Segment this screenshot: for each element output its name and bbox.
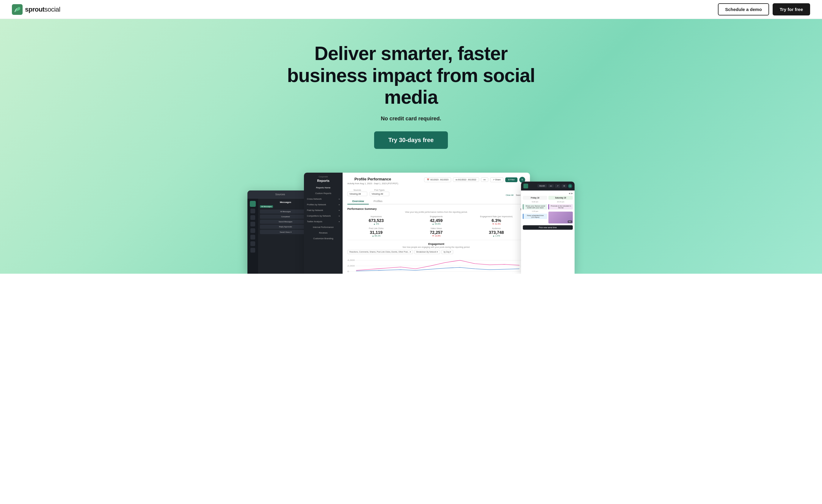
screenshots-container: Sources Messages All Messages — [248, 167, 574, 274]
date-range-btn[interactable]: 📅 8/1/2023 - 8/1/2023 — [424, 177, 451, 182]
metrics-filter[interactable]: Reactions, Comments, Shares, Post Link C… — [347, 250, 413, 254]
messages-title: Messages — [260, 201, 311, 204]
msg-item-2: Completed — [260, 215, 311, 219]
sources-dropdown[interactable]: Viewing All — [347, 192, 367, 196]
tab-overview[interactable]: Overview — [347, 199, 369, 204]
reports-toolbar: 📅 8/1/2023 - 8/1/2023 vs 8/1/2022 - 8/1/… — [424, 177, 525, 183]
filter-all-messages[interactable]: All Messages — [260, 205, 273, 208]
share-cal-btn[interactable]: ↗ — [555, 184, 560, 188]
post-types-dropdown[interactable]: Viewing All — [370, 192, 390, 196]
reports-filter-row: Sources Viewing All Post Types Viewing A… — [347, 189, 525, 196]
cta-button[interactable]: Try 30-days free — [374, 131, 448, 149]
metric-engagement-rate: Engagement Rate (per Impression) 6.3% ▼ … — [467, 215, 525, 225]
reports-tabs: Overview Profiles — [347, 199, 525, 204]
cal-next[interactable]: ▶ — [571, 192, 573, 195]
calendar-body: ◀ ▶ Friday 18 Saturday 19 9:29 am Share … — [521, 190, 574, 231]
nav-buttons: Schedule a demo Try for free — [718, 3, 810, 15]
tab-profiles[interactable]: Profiles — [369, 199, 387, 204]
filter-btn[interactable]: ⚙ Filter — [505, 177, 518, 182]
metrics-grid: Impressions 673,523 ▲ 3% Engagements 42,… — [347, 215, 525, 237]
nav-icon-3 — [251, 222, 255, 226]
nav-icon-4 — [251, 228, 255, 233]
reviews[interactable]: Reviews — [304, 230, 343, 236]
calendar-icon — [523, 184, 528, 188]
engagement-title: Engagement — [347, 242, 525, 245]
sat-header: Saturday 19 — [548, 196, 573, 200]
chart-filters: Reactions, Comments, Shares, Post Link C… — [347, 250, 525, 254]
profiles-by-network[interactable]: Profiles by Network ▾ — [304, 202, 343, 207]
navbar: sproutsocial Schedule a demo Try for fre… — [0, 0, 822, 19]
messages-panel: Sources Messages All Messages — [248, 190, 313, 274]
fri-header: Friday 18 — [523, 196, 547, 200]
filters-cal-btn[interactable]: ⚙ — [561, 184, 567, 188]
metric-link-clicks: Post Link Clicks 31,119 ▲ 89.1% — [347, 227, 405, 237]
reports-main-sub: Activity from Aug 1, 2023 - Sept 1, 2023… — [347, 182, 398, 185]
msg-item-3: Saved Messages — [260, 220, 311, 224]
fri-events: 9:29 am Share your Sprout social toolkit… — [523, 201, 547, 223]
more-btn[interactable]: ••• — [548, 184, 554, 188]
competitors-by-network[interactable]: Competitors by Network ▾ — [304, 213, 343, 219]
event-3[interactable]: Promote to be included in the list — [548, 204, 573, 210]
hero-subtitle: No credit card required. — [12, 116, 810, 122]
reports-panel: Corporate Reports Reports Home Custom Re… — [304, 173, 530, 274]
share-btn[interactable]: ↗ Share — [490, 177, 503, 182]
reports-sidebar: Corporate Reports Reports Home Custom Re… — [304, 173, 343, 274]
cal-events: 9:29 am Share your Sprout social toolkit… — [523, 201, 573, 223]
hero-title: Deliver smarter, faster business impact … — [277, 43, 545, 108]
messages-sidebar — [248, 199, 258, 274]
cal-nav: ◀ ▶ — [523, 192, 573, 195]
vs-date-btn[interactable]: vs 8/1/2022 - 8/1/2022 — [453, 177, 479, 182]
cross-network[interactable]: Cross-Network ▾ — [304, 196, 343, 202]
event-2[interactable]: Keep scheduled time (12:15pm) — [523, 214, 547, 219]
sat-events: 10:15 pm Promote to be included in the l… — [548, 201, 573, 223]
engagement-section: Engagement See how people are engaging w… — [347, 240, 525, 274]
event-1[interactable]: Share your Sprout social toolkit with yo… — [523, 204, 547, 210]
perf-title: Performance Summary — [347, 207, 377, 210]
month-btn[interactable]: Month — [537, 184, 547, 188]
reports-main: Profile Performance Activity from Aug 1,… — [343, 173, 530, 274]
metric-impressions: Impressions 673,523 ▲ 3% — [347, 215, 405, 225]
svg-text:2,000: 2,000 — [347, 264, 355, 267]
schedule-demo-button[interactable]: Schedule a demo — [718, 3, 769, 15]
reports-sidebar-title: Reports — [304, 179, 343, 185]
image-preview: IMG — [548, 212, 573, 223]
metric-audience: Audience 373,748 ▲ 1.4% — [467, 227, 525, 237]
messages-header: Sources — [248, 190, 313, 199]
calendar-controls: Month ••• ↗ ⚙ S — [530, 184, 572, 188]
twitter-analysis[interactable]: Twitter Analysis ▾ — [304, 219, 343, 224]
calendar-header: Month ••• ↗ ⚙ S — [521, 182, 574, 190]
reports-corp-label: Corporate — [304, 176, 343, 179]
cal-day-headers: Friday 18 Saturday 19 — [523, 196, 573, 200]
calendar-panel: Month ••• ↗ ⚙ S ◀ ▶ Friday 18 Saturday 1… — [521, 182, 574, 274]
sources-filter: Sources Viewing All — [347, 189, 367, 196]
custom-reports[interactable]: Custom Reports — [304, 190, 343, 196]
time-filter[interactable]: by Day ▾ — [441, 250, 453, 254]
reports-main-title: Profile Performance — [347, 177, 398, 181]
logo-text: sproutsocial — [25, 6, 60, 13]
paid-by-network[interactable]: Paid by Network ▾ — [304, 207, 343, 213]
performance-summary: Performance Summary ⊞ ↕ View your key pr… — [347, 207, 525, 237]
more-options-btn[interactable]: ••• — [481, 177, 488, 182]
msg-item-5: Saved Views ▾ — [260, 230, 311, 234]
nav-icon-1 — [251, 209, 255, 213]
msg-item-1: All Messages — [260, 210, 311, 214]
logo[interactable]: sproutsocial — [12, 4, 60, 15]
engagement-sub: See how people are engaging with your po… — [347, 246, 525, 248]
svg-text:4,000: 4,000 — [347, 259, 355, 262]
reports-home[interactable]: Reports Home — [304, 185, 343, 190]
nav-icon-7 — [251, 248, 255, 253]
clear-all-btn[interactable]: Clear All — [505, 194, 513, 196]
perf-sub: View your key profile performance metric… — [347, 211, 525, 213]
svg-text:0: 0 — [347, 270, 349, 273]
messages-icon — [250, 201, 256, 207]
internal-performance[interactable]: Internal Performance — [304, 224, 343, 230]
metric-video-views: Video Views 72,257 ▼ 13.8% — [407, 227, 465, 237]
try-for-free-button[interactable]: Try for free — [773, 3, 810, 15]
pick-send-time-btn[interactable]: Pick new send time — [523, 225, 573, 230]
sproutsocial-logo-icon — [12, 4, 23, 15]
customize-branding[interactable]: Customize Branding — [304, 236, 343, 241]
nav-icon-2 — [251, 215, 255, 220]
cal-prev[interactable]: ◀ — [568, 192, 570, 195]
network-filter[interactable]: Breakdown By Network ▾ — [414, 250, 440, 254]
hero-section: Deliver smarter, faster business impact … — [0, 19, 822, 274]
